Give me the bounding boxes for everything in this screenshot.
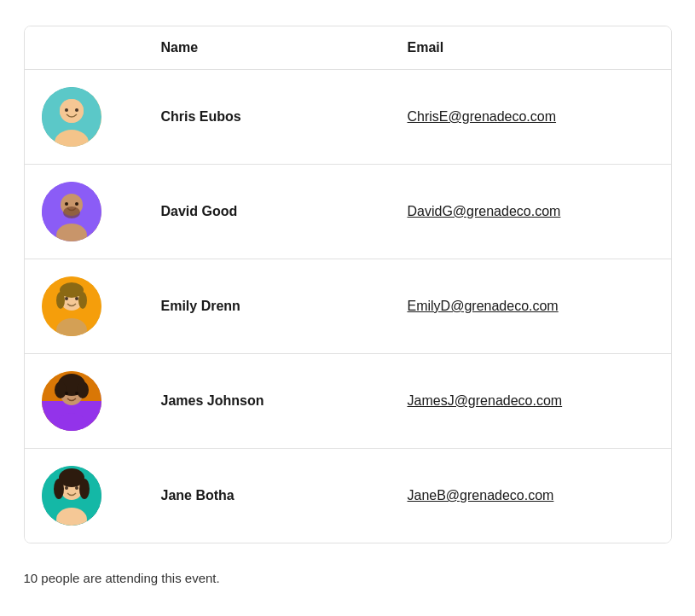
avatar-cell xyxy=(42,371,161,431)
table-row: Chris Eubos ChrisE@grenadeco.com xyxy=(25,70,671,165)
avatar xyxy=(42,276,101,336)
svg-point-11 xyxy=(75,202,78,206)
svg-point-10 xyxy=(65,202,68,206)
header-avatar-col xyxy=(42,40,161,55)
person-email[interactable]: JamesJ@grenadeco.com xyxy=(408,393,654,409)
avatar-cell xyxy=(42,276,161,336)
email-link[interactable]: JamesJ@grenadeco.com xyxy=(408,393,563,408)
svg-point-33 xyxy=(54,479,64,499)
person-name: Chris Eubos xyxy=(161,109,408,125)
table-row: James Johnson JamesJ@grenadeco.com xyxy=(25,354,671,449)
svg-point-4 xyxy=(65,108,68,112)
svg-point-17 xyxy=(78,292,87,309)
avatar xyxy=(42,371,101,431)
avatar-cell xyxy=(42,182,161,241)
person-name: James Johnson xyxy=(161,393,408,409)
svg-point-26 xyxy=(77,381,89,398)
avatar xyxy=(42,182,101,241)
table-row: Emily Drenn EmilyD@grenadeco.com xyxy=(25,259,671,354)
email-link[interactable]: EmilyD@grenadeco.com xyxy=(408,299,559,313)
svg-point-18 xyxy=(65,297,68,300)
svg-point-27 xyxy=(65,392,68,395)
avatar-cell xyxy=(42,466,161,526)
person-email[interactable]: DavidG@grenadeco.com xyxy=(408,204,654,219)
svg-point-36 xyxy=(75,486,78,490)
header-email-col: Email xyxy=(408,40,654,55)
table-row: Jane Botha JaneB@grenadeco.com xyxy=(25,449,671,543)
table-header: Name Email xyxy=(25,26,671,70)
person-email[interactable]: EmilyD@grenadeco.com xyxy=(408,299,654,314)
svg-point-19 xyxy=(75,297,78,300)
avatar-cell xyxy=(42,87,161,147)
svg-point-34 xyxy=(79,479,90,499)
email-link[interactable]: JaneB@grenadeco.com xyxy=(408,488,554,503)
email-link[interactable]: DavidG@grenadeco.com xyxy=(408,204,561,218)
svg-point-9 xyxy=(63,206,80,218)
svg-point-3 xyxy=(60,99,84,123)
svg-point-35 xyxy=(65,486,68,490)
person-name: Jane Botha xyxy=(161,488,408,503)
table-container: Name Email Chris Eubos ChrisE@grenadeco.… xyxy=(24,26,672,543)
person-email[interactable]: JaneB@grenadeco.com xyxy=(408,488,654,503)
table-row: David Good DavidG@grenadeco.com xyxy=(25,165,671,259)
person-name: David Good xyxy=(161,204,408,219)
person-name: Emily Drenn xyxy=(161,299,408,314)
svg-point-16 xyxy=(56,292,65,309)
header-name-col: Name xyxy=(161,40,408,55)
avatar xyxy=(42,87,101,147)
person-email[interactable]: ChrisE@grenadeco.com xyxy=(408,109,654,125)
email-link[interactable]: ChrisE@grenadeco.com xyxy=(408,109,557,124)
footer-text: 10 people are attending this event. xyxy=(24,561,672,585)
svg-point-28 xyxy=(75,392,78,395)
svg-point-25 xyxy=(55,381,67,398)
svg-point-5 xyxy=(75,108,78,112)
avatar xyxy=(42,466,101,526)
